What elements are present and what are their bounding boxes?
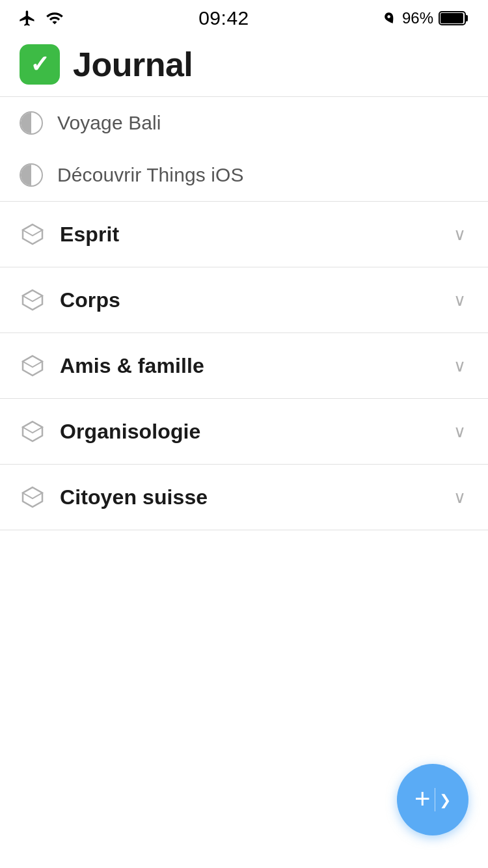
battery-percent: 96% [402, 9, 433, 27]
area-item[interactable]: Citoyen suisse ∨ [0, 465, 488, 530]
area-label: Citoyen suisse [60, 485, 439, 509]
wifi-icon [44, 9, 65, 27]
chevron-down-icon: ∨ [454, 487, 466, 508]
fab-container: + ❯ [397, 764, 468, 835]
app-header: ✓ Journal [0, 33, 488, 96]
area-icon [20, 418, 46, 444]
status-bar: 09:42 96% [0, 0, 488, 33]
status-time: 09:42 [198, 7, 249, 29]
svg-rect-1 [465, 15, 468, 21]
chevron-down-icon: ∨ [454, 422, 466, 442]
area-item[interactable]: Esprit ∨ [0, 202, 488, 267]
tasks-section: Voyage Bali Découvrir Things iOS [0, 97, 488, 201]
fab-plus-icon: + [414, 785, 431, 813]
location-icon [383, 10, 397, 27]
task-label: Découvrir Things iOS [57, 164, 244, 186]
battery-icon [439, 10, 470, 27]
app-title: Journal [73, 45, 193, 84]
chevron-down-icon: ∨ [454, 224, 466, 245]
task-item[interactable]: Découvrir Things iOS [0, 149, 488, 201]
app-icon-check: ✓ [30, 53, 49, 76]
area-label: Corps [60, 288, 439, 312]
area-divider [0, 530, 488, 530]
area-label: Organisologie [60, 420, 439, 444]
app-icon: ✓ [20, 44, 60, 85]
area-label: Amis & famille [60, 354, 439, 378]
fab-divider [435, 788, 436, 811]
task-progress-icon [20, 163, 43, 187]
fab-chevron-icon: ❯ [439, 793, 451, 807]
airplane-icon [18, 9, 36, 27]
add-button[interactable]: + ❯ [397, 764, 468, 835]
area-icon [20, 484, 46, 510]
area-item[interactable]: Corps ∨ [0, 267, 488, 332]
area-icon [20, 287, 46, 313]
status-right-icons: 96% [383, 9, 470, 27]
area-icon [20, 221, 46, 247]
chevron-down-icon: ∨ [454, 356, 466, 376]
task-item[interactable]: Voyage Bali [0, 97, 488, 149]
task-label: Voyage Bali [57, 112, 161, 134]
area-item[interactable]: Amis & famille ∨ [0, 333, 488, 398]
areas-section: Esprit ∨ Corps ∨ Amis & famille ∨ [0, 202, 488, 530]
status-left-icons [18, 9, 65, 27]
area-label: Esprit [60, 223, 439, 247]
task-progress-icon [20, 111, 43, 135]
area-icon [20, 353, 46, 379]
area-item[interactable]: Organisologie ∨ [0, 399, 488, 464]
svg-rect-2 [441, 13, 463, 23]
chevron-down-icon: ∨ [454, 290, 466, 310]
